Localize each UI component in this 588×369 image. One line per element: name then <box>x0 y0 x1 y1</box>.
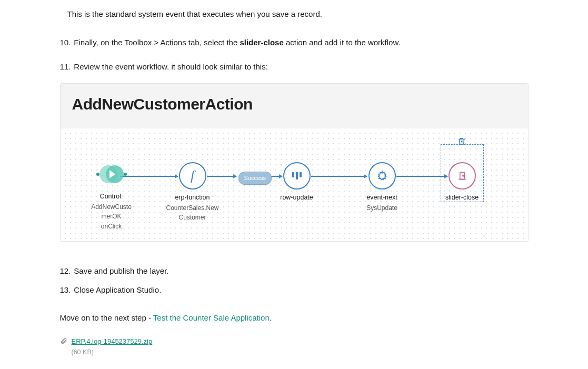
node-event-next: event-next SysUpdate <box>348 162 416 213</box>
attachment-icon <box>60 337 67 348</box>
step-text: Close Application Studio. <box>74 284 528 296</box>
intro-note: This is the standard system event that e… <box>67 8 529 20</box>
node-erp-function: f erp-function CounterSales.New Customer <box>158 162 227 223</box>
step-number: 12. <box>60 265 74 277</box>
workflow-title: AddNewCustomerAction <box>61 84 528 129</box>
attachment-size: (60 KB) <box>72 348 94 356</box>
step-11: 11. Review the event workflow. it should… <box>60 52 529 73</box>
workflow-canvas: Success Control: AddNewCusto merOK onCli… <box>61 128 528 241</box>
start-icon <box>97 160 126 188</box>
node-start: Control: AddNewCusto merOK onClick <box>77 160 146 231</box>
step-text: Finally, on the Toolbox > Actions tab, s… <box>74 36 528 48</box>
delete-icon[interactable] <box>456 136 467 146</box>
workflow-figure: AddNewCustomerAction Success Control: Ad… <box>60 83 529 242</box>
svg-point-1 <box>462 175 463 176</box>
step-number: 13. <box>60 284 74 296</box>
step-13: 13. Close Application Studio. <box>60 281 529 296</box>
next-step-link[interactable]: Test the Counter Sale Application <box>153 313 270 322</box>
node-slider-close: slider-close <box>428 162 496 203</box>
attachment: ERP.4.log-1945237529.zip (60 KB) <box>60 336 529 358</box>
row-update-icon <box>283 162 311 190</box>
step-text: Review the event workflow. it should loo… <box>74 61 528 73</box>
bold-action-name: slider-close <box>240 38 283 47</box>
attachment-link[interactable]: ERP.4.log-1945237529.zip <box>72 337 153 345</box>
function-icon: f <box>179 162 206 190</box>
step-10: 10. Finally, on the Toolbox > Actions ta… <box>60 28 529 48</box>
step-12: 12. Save and publish the layer. <box>60 256 529 277</box>
slider-close-icon <box>449 162 476 190</box>
step-number: 11. <box>60 61 74 73</box>
next-step-line: Move on to the next step - Test the Coun… <box>60 312 529 324</box>
step-text: Save and publish the layer. <box>74 265 528 277</box>
step-number: 10. <box>60 36 74 48</box>
node-row-update: row-update <box>263 162 331 203</box>
event-next-icon <box>368 162 396 190</box>
